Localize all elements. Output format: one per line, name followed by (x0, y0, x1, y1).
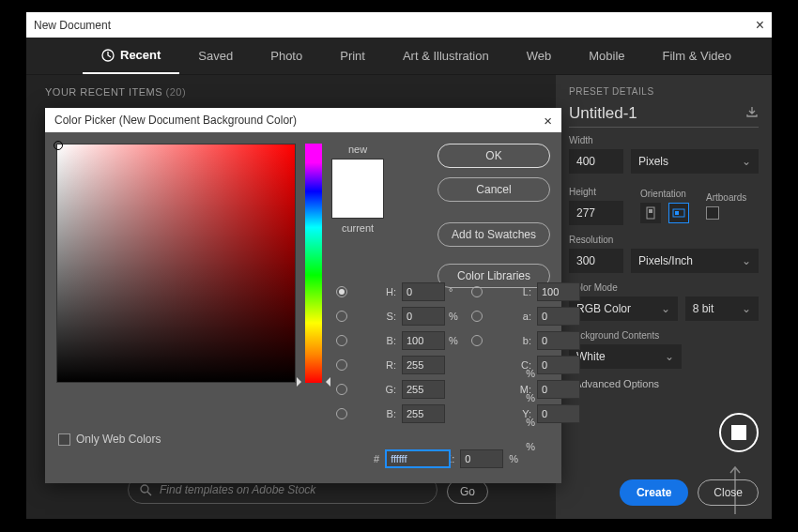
hex-row: # (374, 449, 451, 468)
ok-button[interactable]: OK (437, 144, 550, 168)
window-close-icon[interactable]: × (756, 17, 764, 34)
artboards-label: Artboards (706, 192, 746, 203)
recent-label: YOUR RECENT ITEMS (45, 86, 162, 98)
recent-count: (20) (166, 86, 187, 98)
new-current-swatch[interactable] (331, 159, 384, 219)
b-rgb-input[interactable] (402, 404, 445, 423)
bg-color-swatch-highlight[interactable] (719, 413, 759, 452)
color-value-grid: H:° L: S:% a: B:% b: R: C: G: M: B: Y: (336, 282, 580, 423)
tab-photo[interactable]: Photo (252, 38, 321, 74)
cancel-button[interactable]: Cancel (437, 177, 550, 202)
tab-web[interactable]: Web (508, 38, 571, 74)
hash-label: # (374, 453, 379, 464)
color-mode-label: Color Mode (569, 282, 759, 293)
b-lab-input[interactable] (537, 331, 580, 350)
svg-rect-3 (649, 209, 652, 213)
preset-tabs: Recent Saved Photo Print Art & Illustrat… (26, 38, 772, 75)
preset-details-panel: PRESET DETAILS Untitled-1 Width Pixels H… (556, 75, 772, 519)
create-button[interactable]: Create (620, 479, 688, 506)
l-input[interactable] (537, 282, 580, 301)
width-label: Width (569, 135, 759, 145)
height-label: Height (569, 187, 623, 197)
a-input[interactable] (537, 307, 580, 326)
tab-art[interactable]: Art & Illustration (384, 38, 508, 74)
color-picker-dialog: Color Picker (New Document Background Co… (45, 108, 561, 483)
height-input[interactable] (569, 201, 623, 225)
bit-depth-select[interactable]: 8 bit (685, 296, 759, 321)
advanced-options-toggle[interactable]: Advanced Options (569, 378, 759, 389)
picker-close-icon[interactable]: × (544, 113, 552, 129)
svg-rect-5 (675, 211, 679, 215)
window-title: New Document (34, 19, 111, 32)
picker-title: Color Picker (New Document Background Co… (54, 114, 297, 127)
document-name[interactable]: Untitled-1 (569, 104, 637, 123)
svg-point-1 (141, 485, 148, 493)
y-input[interactable] (537, 404, 580, 423)
radio-b-lab[interactable] (471, 335, 483, 346)
radio-l[interactable] (471, 286, 483, 297)
recent-items-header: YOUR RECENT ITEMS (20) (45, 86, 186, 98)
search-placeholder: Find templates on Adobe Stock (160, 483, 315, 496)
c-input[interactable] (537, 356, 580, 374)
tab-film[interactable]: Film & Video (644, 38, 750, 74)
tab-recent[interactable]: Recent (83, 38, 179, 74)
resolution-input[interactable] (569, 249, 623, 273)
tab-print[interactable]: Print (321, 38, 384, 74)
bg-color-swatch (731, 425, 746, 440)
only-web-colors-checkbox[interactable] (58, 433, 70, 446)
s-input[interactable] (402, 307, 445, 326)
add-to-swatches-button[interactable]: Add to Swatches (437, 222, 550, 247)
artboards-checkbox[interactable] (706, 206, 719, 220)
r-input[interactable] (402, 356, 445, 374)
radio-a[interactable] (471, 311, 483, 322)
hue-handle-left[interactable] (297, 377, 306, 387)
bg-contents-label: Background Contents (569, 330, 759, 341)
hex-input[interactable] (385, 449, 451, 468)
orientation-portrait[interactable] (640, 203, 661, 223)
save-preset-icon[interactable] (745, 104, 759, 123)
radio-s[interactable] (336, 311, 347, 322)
orientation-label: Orientation (640, 189, 689, 199)
orientation-landscape[interactable] (668, 203, 689, 223)
picker-titlebar: Color Picker (New Document Background Co… (45, 108, 561, 132)
only-web-colors-label: Only Web Colors (76, 433, 161, 446)
tab-label: Recent (120, 48, 161, 62)
color-field[interactable] (56, 144, 296, 383)
bg-contents-select[interactable]: White (569, 344, 682, 369)
hue-slider[interactable] (305, 144, 322, 383)
current-label: current (342, 222, 374, 234)
window-titlebar: New Document × (26, 12, 772, 38)
m-input[interactable] (537, 380, 580, 399)
hue-handle-right[interactable] (321, 377, 330, 387)
k-input[interactable] (460, 449, 503, 468)
b-hsb-input[interactable] (402, 331, 445, 350)
search-icon (140, 484, 152, 496)
tab-saved[interactable]: Saved (179, 38, 252, 74)
width-input[interactable] (569, 149, 623, 174)
color-mode-select[interactable]: RGB Color (569, 296, 678, 321)
radio-b-rgb[interactable] (336, 408, 347, 419)
h-input[interactable] (402, 282, 445, 301)
only-web-colors-row: Only Web Colors (58, 433, 161, 446)
resolution-unit-select[interactable]: Pixels/Inch (631, 249, 759, 273)
radio-r[interactable] (336, 359, 347, 371)
color-cursor[interactable] (54, 141, 63, 150)
resolution-label: Resolution (569, 235, 759, 245)
new-label: new (348, 144, 367, 155)
document-name-row: Untitled-1 (569, 104, 759, 128)
radio-g[interactable] (336, 384, 347, 395)
clock-icon (101, 49, 115, 62)
g-input[interactable] (402, 380, 445, 399)
close-button[interactable]: Close (698, 479, 759, 506)
radio-b-hsb[interactable] (336, 335, 347, 346)
tab-mobile[interactable]: Mobile (570, 38, 643, 74)
unit-select[interactable]: Pixels (631, 149, 759, 174)
radio-h[interactable] (336, 286, 347, 297)
preset-details-header: PRESET DETAILS (569, 86, 759, 97)
